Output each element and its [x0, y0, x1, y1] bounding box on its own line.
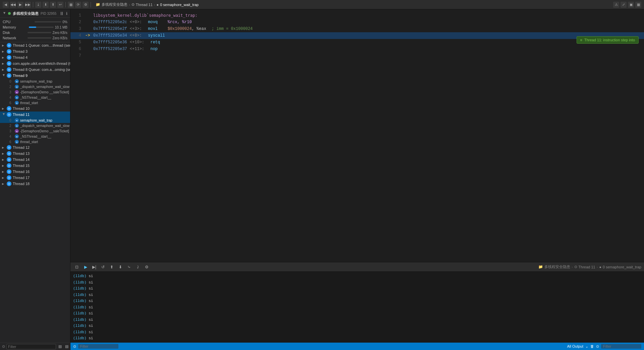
thread-icon-16: 8 — [7, 169, 11, 174]
code-line-3: 3 0x7fff52205e2f <+3>: movl $0x1000024, … — [70, 26, 644, 32]
bottom-btn-stepout[interactable]: ⬆ — [108, 264, 115, 270]
status-right: All Output ⌄ 🗑 ⊙ — [567, 344, 641, 349]
breadcrumb-project[interactable]: 多线程安全隐患 — [102, 2, 127, 7]
expand-arrow-4: ▶ — [2, 56, 5, 59]
bottom-btn-share[interactable]: ⤷ — [125, 264, 133, 270]
stack-frame-9-3: -[SemaphoreDemo __saleTicket] — [20, 90, 69, 94]
thread-item-8[interactable]: ▶ 8 Thread 8 Queue: com.a...oming (seria… — [0, 67, 70, 73]
thread-icon-8: 8 — [7, 67, 11, 72]
lldb-line-8: (lldb) si — [70, 323, 644, 329]
mnemonic-5: retq — [146, 40, 160, 45]
toolbar-btn-5[interactable]: ⤓ — [35, 2, 41, 8]
thread-item-3[interactable]: ▶ 8 Thread 3 — [0, 48, 70, 54]
bottom-filter-input[interactable] — [78, 344, 118, 349]
stack-11-0[interactable]: 0 ● semaphore_wait_trap — [0, 118, 70, 123]
bottom-btn-stepover[interactable]: ↺ — [99, 264, 107, 270]
thread-item-15[interactable]: ▶ 8 Thread 15 — [0, 163, 70, 169]
thread-item-10[interactable]: ▶ 8 Thread 10 — [0, 105, 70, 112]
breadcrumb-sep-1: › — [129, 3, 130, 7]
divider-3 — [91, 2, 91, 7]
toolbar-layout2[interactable]: ▦ — [635, 2, 641, 8]
thread-item-1[interactable]: ▶ 8 Thread 1 Queue: com....thread (seria… — [0, 42, 70, 48]
thread-item-14[interactable]: ▶ 8 Thread 14 — [0, 157, 70, 163]
expand-arrow-10: ▶ — [2, 107, 5, 110]
frame-icon-9-6: ● — [15, 101, 19, 105]
thread-label-15: Thread 15 — [13, 164, 30, 168]
toolbar-btn-9[interactable]: ▦ — [68, 2, 74, 8]
toolbar-maximize[interactable]: ⤢ — [621, 2, 627, 8]
thread-item-9[interactable]: ▶ 8 Thread 9 — [0, 73, 70, 79]
stack-frame-11-2: _dispatch_semaphore_wait_slow — [20, 124, 69, 128]
breadcrumb-frame[interactable]: 0 semaphore_wait_trap — [160, 3, 199, 7]
addr-4: 0x7fff52205e34 — [93, 33, 127, 38]
mnemonic-6: nop — [146, 47, 158, 51]
stack-9-0[interactable]: 0 ● semaphore_wait_trap — [0, 79, 70, 84]
thread-item-11[interactable]: ▶ 8 Thread 11 — [0, 112, 70, 118]
process-expand[interactable]: ▶ — [3, 12, 6, 15]
expand-arrow-apple: ▶ — [2, 62, 5, 65]
stack-num-11-2: 2 — [9, 124, 13, 128]
stack-11-2[interactable]: 2 ● _dispatch_semaphore_wait_slow — [0, 123, 70, 128]
process-info-btn[interactable]: ℹ — [66, 11, 67, 16]
lldb-prompt-6: (lldb) — [73, 311, 87, 315]
stack-frame-9-6: thread_start — [20, 101, 38, 105]
stack-frame-11-4: _NSThread__start__ — [20, 135, 51, 138]
stack-9-3[interactable]: 3 ● -[SemaphoreDemo __saleTicket] — [0, 89, 70, 95]
mnemonic-3: movl — [143, 27, 165, 31]
disk-label: Disk — [3, 31, 26, 35]
clear-output-btn[interactable]: 🗑 — [590, 344, 594, 348]
bottom-btn-step[interactable]: ▶| — [91, 264, 98, 270]
stack-9-4[interactable]: 4 ● _NSThread__start__ — [0, 95, 70, 100]
thread-item-16[interactable]: ▶ 8 Thread 16 — [0, 169, 70, 175]
bottom-btn-console[interactable]: ⊡ — [73, 264, 80, 270]
thread-item-4[interactable]: ▶ 8 Thread 4 — [0, 54, 70, 60]
sidebar-list-btn-1[interactable]: ▤ — [57, 344, 63, 349]
thread-item-apple[interactable]: ▶ 8 com.apple.uikit.eventfetch-thread (6… — [0, 60, 70, 67]
process-pause-btn[interactable]: ⏸ — [59, 11, 64, 16]
toolbar-btn-10[interactable]: ⟳ — [75, 2, 81, 8]
line-num-4: 4 — [73, 33, 81, 38]
stack-9-2[interactable]: 2 ● _dispatch_semaphore_wait_slow — [0, 84, 70, 89]
step-badge: ≡ Thread 11: instruction step into — [577, 36, 639, 44]
lldb-console: (lldb) si (lldb) si (lldb) si (lldb) si … — [70, 272, 644, 343]
thread-item-13[interactable]: ▶ 8 Thread 13 — [0, 150, 70, 157]
thread-item-12[interactable]: ▶ 8 Thread 12 — [0, 144, 70, 150]
frame-icon-9-2: ● — [15, 85, 19, 89]
thread-item-18[interactable]: ▶ 8 Thread 18 — [0, 181, 70, 187]
stack-frame-9-4: _NSThread__start__ — [20, 96, 51, 99]
offset-3: <+3>: — [130, 27, 142, 31]
lldb-prompt-1: (lldb) — [73, 280, 87, 285]
lldb-cmd-3: si — [89, 293, 93, 297]
lldb-prompt-10: (lldb) — [73, 336, 87, 340]
stack-11-3[interactable]: 3 ● -[SemaphoreDemo __saleTicket] — [0, 128, 70, 134]
status-filter-input[interactable] — [601, 344, 641, 349]
disk-value: Zero KB/s — [53, 31, 67, 35]
stack-11-6[interactable]: 6 ● thread_start — [0, 139, 70, 144]
thread-item-17[interactable]: ▶ 8 Thread 17 — [0, 175, 70, 181]
toolbar-btn-11[interactable]: ⚙ — [83, 2, 89, 8]
bottom-btn-play[interactable]: ▶ — [82, 264, 89, 270]
toolbar-btn-2[interactable]: ◀◀ — [10, 2, 16, 8]
toolbar-btn-4[interactable]: ▶▶ — [25, 2, 31, 8]
toolbar-btn-7[interactable]: ⬆ — [50, 2, 56, 8]
toolbar-btn-8[interactable]: ↩ — [57, 2, 63, 8]
toolbar-layout1[interactable]: ▣ — [628, 2, 634, 8]
toolbar-btn-1[interactable]: ◀ — [3, 2, 9, 8]
step-badge-icon: ≡ — [580, 38, 582, 42]
stack-9-6[interactable]: 6 ● thread_start — [0, 100, 70, 105]
lldb-line-3: (lldb) si — [70, 292, 644, 298]
bottom-btn-stepinto[interactable]: ⬇ — [117, 264, 124, 270]
sidebar-list-btn-2[interactable]: ▤ — [64, 344, 69, 349]
stack-num-9-3: 3 — [9, 90, 13, 94]
sidebar-filter-input[interactable] — [6, 344, 56, 349]
network-value: Zero KB/s — [53, 36, 67, 40]
bottom-btn-toggle[interactable]: ⤸ — [134, 264, 142, 270]
breadcrumb-thread[interactable]: Thread 11 — [136, 3, 153, 7]
stack-11-4[interactable]: 4 ● _NSThread__start__ — [0, 134, 70, 139]
stack-num-11-0: 0 — [9, 119, 13, 122]
bottom-btn-settings[interactable]: ⚙ — [143, 264, 150, 270]
toolbar-warning[interactable]: ⚠ — [613, 2, 619, 8]
all-output-tab[interactable]: All Output — [567, 344, 583, 348]
toolbar-btn-6[interactable]: ⬇ — [43, 2, 49, 8]
toolbar-btn-3[interactable]: ▶ — [17, 2, 23, 8]
